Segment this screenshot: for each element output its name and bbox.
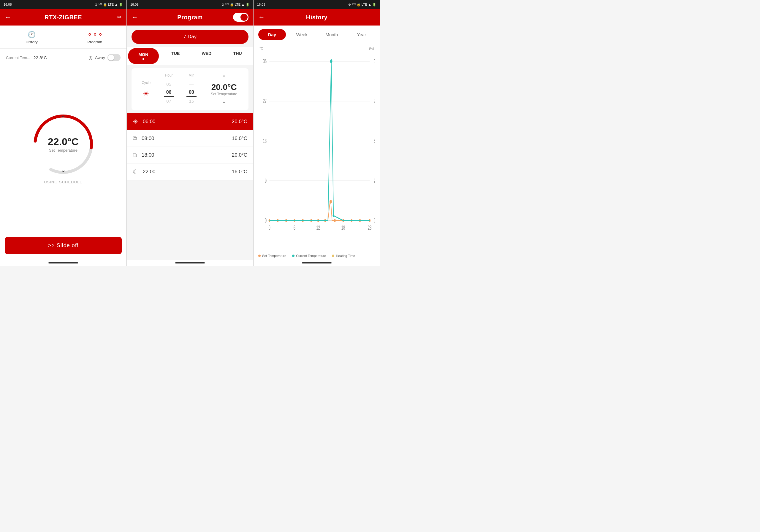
home-indicator-2 — [127, 260, 253, 266]
min-current[interactable]: 00 — [186, 88, 197, 97]
svg-text:18: 18 — [341, 224, 345, 231]
svg-point-31 — [330, 200, 332, 203]
seven-day-button[interactable]: 7 Day — [131, 30, 249, 44]
back-button-1[interactable]: ← — [5, 13, 11, 21]
legend-heating-time: Heating Time — [332, 254, 355, 257]
temp-up-picker[interactable]: ⌃ — [220, 72, 228, 82]
panel-history: 16:09 ⊘ ᴸᵀᴱ 🔒 LTE ▲ 🔋 ← History Day Week… — [254, 0, 380, 266]
home-bar-1 — [48, 262, 78, 263]
status-bar-3: 16:09 ⊘ ᴸᵀᴱ 🔒 LTE ▲ 🔋 — [254, 0, 380, 9]
tab-program[interactable]: ⚬⚬⚬ Program — [63, 28, 126, 48]
picker-temp-label: Set Temperature — [211, 92, 237, 96]
program-toggle[interactable] — [233, 13, 249, 22]
cycle-col: Cycle ☀ — [136, 81, 156, 98]
status-bar-1: 16:08 ⊘ ᴸᵀᴱ 🔒 LTE ▲ 🔋 — [0, 0, 126, 9]
svg-text:18: 18 — [263, 137, 267, 144]
current-temp-value: 22.8°C — [33, 55, 47, 60]
tab-history[interactable]: 🕐 History — [0, 28, 63, 48]
schedule-temp-2: 20.0°C — [232, 152, 247, 158]
schedule-time-2: 18:00 — [142, 152, 227, 158]
thermostat-ring: ⌃ 22.0°C Set Temperature ⌄ — [30, 111, 96, 177]
home-bar-2 — [175, 262, 205, 263]
history-tab-year[interactable]: Year — [348, 29, 376, 40]
program-tab-icon: ⚬⚬⚬ — [87, 31, 103, 39]
day-tab-thu[interactable]: THU — [222, 47, 254, 65]
home-bar-3 — [302, 262, 332, 263]
day-thu-label: THU — [233, 51, 242, 56]
schedule-item-0[interactable]: ☀ 06:00 20.0°C — [127, 113, 253, 130]
hour-col: Hour 05 06 07 — [159, 73, 178, 105]
legend-dot-current — [292, 254, 295, 257]
y-label-right: (%) — [369, 47, 374, 50]
day-tab-mon[interactable]: MON — [128, 48, 159, 64]
hour-next: 07 — [166, 97, 171, 105]
svg-point-38 — [332, 214, 334, 217]
history-tab-day[interactable]: Day — [258, 29, 286, 40]
svg-text:50: 50 — [374, 137, 375, 144]
svg-text:23: 23 — [368, 224, 372, 231]
legend-label-set: Set Temperature — [262, 254, 286, 257]
chart-container: 36 27 18 9 0 100 75 50 25 0 0 — [258, 51, 375, 250]
schedule-item-2[interactable]: ⧉ 18:00 20.0°C — [127, 147, 253, 163]
svg-text:12: 12 — [316, 224, 320, 231]
schedule-temp-3: 16.0°C — [232, 169, 247, 175]
home-indicator-3 — [254, 260, 380, 266]
schedule-item-1[interactable]: ⧉ 08:00 16.0°C — [127, 130, 253, 147]
svg-point-32 — [334, 219, 336, 222]
legend-set-temp: Set Temperature — [258, 254, 286, 257]
panel-rtx-zigbee: 16:08 ⊘ ᴸᵀᴱ 🔒 LTE ▲ 🔋 ← RTX-ZIGBEE ✏ 🕐 H… — [0, 0, 127, 266]
history-tab-week[interactable]: Week — [288, 29, 316, 40]
back-button-3[interactable]: ← — [258, 13, 265, 21]
picker-temp-val: 20.0°C — [212, 82, 237, 92]
time-3: 16:09 — [257, 3, 265, 6]
chart-area: °C (%) 36 27 18 — [254, 44, 380, 260]
svg-text:27: 27 — [263, 98, 267, 104]
time-picker-card: Cycle ☀ Hour 05 06 07 Min — 00 15 ⌃ — [131, 68, 249, 111]
hour-header: Hour — [165, 73, 173, 77]
day-tue-label: TUE — [171, 51, 180, 56]
svg-text:0: 0 — [374, 217, 375, 224]
away-toggle[interactable] — [108, 54, 120, 61]
schedule-label: USING SCHEDULE — [44, 180, 82, 184]
status-bar-2: 16:09 ⊘ ᴸᵀᴱ 🔒 LTE ▲ 🔋 — [127, 0, 253, 9]
mon-indicator — [142, 58, 144, 60]
history-tab-icon: 🕐 — [27, 31, 36, 39]
page-title-3: History — [306, 14, 327, 21]
cycle-header: Cycle — [142, 81, 151, 85]
schedule-item-3[interactable]: ☾ 22:00 16.0°C — [127, 163, 253, 180]
legend-label-heating: Heating Time — [336, 254, 355, 257]
schedule-icon-1: ⧉ — [133, 135, 137, 142]
status-icons-3: ⊘ ᴸᵀᴱ 🔒 LTE ▲ 🔋 — [348, 3, 376, 7]
back-button-2[interactable]: ← — [131, 13, 138, 21]
edit-button-1[interactable]: ✏ — [117, 14, 122, 21]
current-temp-row: Current Tem... 22.8°C ◎ Away — [0, 49, 126, 64]
page-title-2: Program — [177, 14, 203, 21]
program-tab-label: Program — [88, 40, 102, 44]
temp-down-picker[interactable]: ⌄ — [220, 96, 228, 106]
temp-down-button[interactable]: ⌄ — [61, 166, 66, 174]
hour-current[interactable]: 06 — [164, 88, 174, 97]
top-bar-3: ← History — [254, 9, 380, 25]
status-icons-2: ⊘ ᴸᵀᴱ 🔒 LTE ▲ 🔋 — [221, 3, 250, 7]
page-title-1: RTX-ZIGBEE — [45, 14, 82, 21]
panel-program: 16:09 ⊘ ᴸᵀᴱ 🔒 LTE ▲ 🔋 ← Program 7 Day MO… — [127, 0, 254, 266]
tab-bar-1: 🕐 History ⚬⚬⚬ Program — [0, 25, 126, 49]
temp-display-picker: ⌃ 20.0°C Set Temperature ⌄ — [204, 72, 244, 106]
temp-up-button[interactable]: ⌃ — [61, 114, 66, 122]
time-2: 16:09 — [130, 3, 139, 6]
schedule-time-1: 08:00 — [142, 136, 227, 142]
chart-legend: Set Temperature Current Temperature Heat… — [258, 250, 375, 260]
schedule-time-0: 06:00 — [143, 119, 227, 125]
y-label-left: °C — [260, 47, 263, 50]
svg-text:0: 0 — [265, 217, 266, 224]
schedule-icon-0: ☀ — [133, 118, 138, 125]
min-prev: — — [189, 80, 194, 88]
day-tab-tue[interactable]: TUE — [160, 47, 191, 65]
away-section: ◎ Away — [88, 54, 120, 61]
panel3-content: Day Week Month Year °C (%) — [254, 25, 380, 266]
slide-off-button[interactable]: >> Slide off — [5, 237, 122, 254]
day-tab-wed[interactable]: WED — [191, 47, 222, 65]
history-tab-month[interactable]: Month — [318, 29, 346, 40]
day-mon-label: MON — [138, 52, 148, 57]
top-bar-1: ← RTX-ZIGBEE ✏ — [0, 9, 126, 25]
